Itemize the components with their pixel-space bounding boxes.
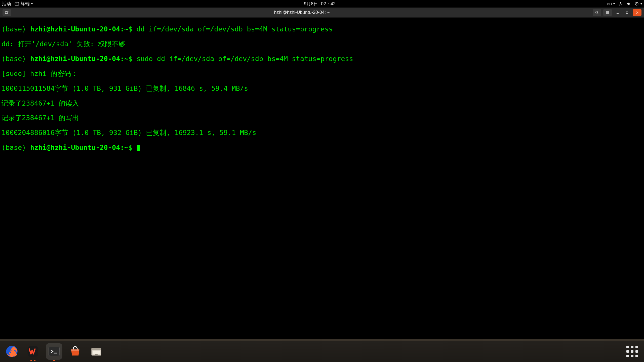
chevron-down-icon: ▾: [31, 2, 33, 6]
terminal-line: 1000204886016字节 (1.0 TB, 932 GiB) 已复制, 1…: [2, 129, 642, 136]
running-indicator-dot: [34, 360, 35, 361]
gnome-topbar: 活动 终端 ▾ 9月8日 02：42 en ▾ ▾: [0, 0, 644, 8]
minimize-icon: [616, 11, 619, 14]
running-indicator-dot: [30, 360, 32, 361]
prompt-base: (base): [2, 25, 30, 33]
show-applications-button[interactable]: [624, 343, 640, 360]
time-label: 02：42: [321, 1, 336, 7]
hamburger-icon: [606, 11, 610, 15]
terminal-line: dd: 打开'/dev/sda' 失败: 权限不够: [2, 40, 642, 48]
power-icon: [634, 2, 639, 6]
date-label: 9月8日: [304, 1, 318, 7]
svg-rect-5: [636, 2, 637, 4]
close-icon: [635, 11, 639, 15]
volume-icon: [626, 2, 631, 6]
new-tab-button[interactable]: [3, 9, 11, 16]
svg-rect-0: [15, 2, 19, 5]
terminal-viewport[interactable]: (base) hzhi@hzhi-Ubuntu-20-04:~$ dd if=/…: [0, 18, 644, 339]
lang-label: en: [607, 1, 612, 7]
network-indicator[interactable]: [618, 2, 623, 6]
prompt-path: :~: [120, 55, 128, 63]
prompt-symbol: $: [128, 144, 137, 151]
app-menu[interactable]: 终端 ▾: [15, 1, 33, 7]
close-button[interactable]: [633, 9, 641, 16]
svg-point-7: [596, 11, 598, 13]
menu-button[interactable]: [603, 9, 612, 16]
terminal-headerbar: hzhi@hzhi-Ubuntu-20-04: ~: [0, 8, 644, 18]
app-menu-label: 终端: [21, 1, 30, 7]
terminal-line: 记录了238467+1 的写出: [2, 114, 642, 121]
terminal-line: (base) hzhi@hzhi-Ubuntu-20-04:~$ sudo dd…: [2, 55, 642, 62]
prompt-path: :~: [120, 25, 128, 33]
gnome-dock: [0, 341, 644, 362]
svg-rect-12: [71, 349, 79, 351]
prompt-symbol: $: [128, 25, 137, 33]
maximize-icon: [625, 11, 629, 14]
network-icon: [618, 2, 623, 6]
terminal-line: (base) hzhi@hzhi-Ubuntu-20-04:~$: [2, 144, 642, 151]
maximize-button[interactable]: [623, 9, 631, 16]
prompt-user: hzhi@hzhi-Ubuntu-20-04: [30, 144, 120, 151]
activities-label: 活动: [2, 1, 11, 7]
terminal-cursor: [137, 145, 140, 151]
terminal-icon: [15, 2, 19, 6]
apps-grid-icon: [626, 346, 638, 357]
volume-indicator[interactable]: [626, 2, 631, 6]
files-icon: [90, 345, 103, 358]
running-indicator-dot: [53, 360, 55, 361]
activities-button[interactable]: 活动: [2, 1, 11, 7]
prompt-base: (base): [2, 55, 30, 63]
dock-app-firefox[interactable]: [4, 343, 20, 360]
prompt-user: hzhi@hzhi-Ubuntu-20-04: [30, 25, 120, 33]
firefox-icon: [5, 345, 18, 358]
svg-rect-14: [92, 348, 101, 350]
dock-app-software[interactable]: [67, 343, 84, 360]
command-text: sudo dd if=/dev/sda of=/dev/sdb bs=4M st…: [136, 55, 353, 63]
terminal-line: [sudo] hzhi 的密码：: [2, 70, 642, 77]
terminal-icon: [48, 345, 61, 358]
prompt-base: (base): [2, 144, 30, 151]
svg-point-1: [620, 2, 621, 3]
minimize-button[interactable]: [614, 9, 621, 16]
svg-rect-16: [95, 354, 98, 355]
svg-rect-8: [626, 12, 628, 13]
new-tab-icon: [5, 11, 9, 15]
dock-app-terminal[interactable]: [46, 343, 62, 360]
command-text: dd if=/dev/sda of=/dev/sdb bs=4M status=…: [136, 25, 333, 33]
svg-rect-11: [49, 347, 59, 356]
svg-rect-6: [5, 12, 8, 14]
search-button[interactable]: [593, 9, 601, 16]
clock[interactable]: 9月8日 02：42: [304, 1, 336, 7]
power-indicator[interactable]: ▾: [634, 2, 642, 6]
chevron-down-icon: ▾: [613, 2, 615, 6]
wps-icon: [26, 345, 39, 358]
dock-app-wps[interactable]: [25, 343, 41, 360]
dock-app-files[interactable]: [88, 343, 105, 360]
svg-rect-15: [93, 351, 100, 354]
terminal-line: 1000115011584字节 (1.0 TB, 931 GiB) 已复制, 1…: [2, 85, 642, 92]
terminal-line: 记录了238467+1 的读入: [2, 100, 642, 107]
search-icon: [595, 11, 599, 15]
input-method-indicator[interactable]: en ▾: [607, 1, 615, 7]
window-title: hzhi@hzhi-Ubuntu-20-04: ~: [11, 10, 593, 15]
prompt-path: :~: [120, 144, 128, 151]
chevron-down-icon: ▾: [640, 2, 642, 6]
prompt-symbol: $: [128, 55, 137, 63]
software-store-icon: [69, 345, 82, 358]
terminal-line: (base) hzhi@hzhi-Ubuntu-20-04:~$ dd if=/…: [2, 25, 642, 33]
prompt-user: hzhi@hzhi-Ubuntu-20-04: [30, 55, 120, 63]
